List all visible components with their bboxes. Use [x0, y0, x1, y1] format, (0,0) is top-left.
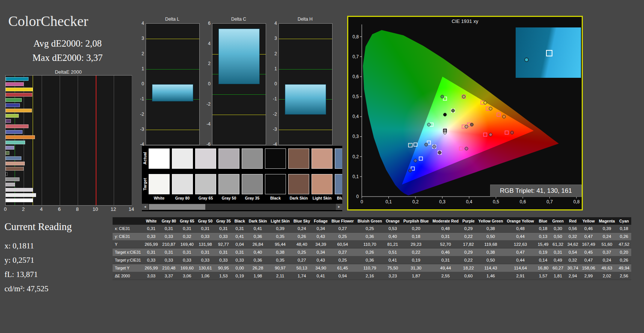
table-header-row: WhiteGray 80Gray 65Gray 50Gray 35BlackDa… — [113, 217, 631, 225]
axis-tick-label: -2 — [136, 112, 144, 117]
swatch-label-row: WhiteGray 80Gray 65Gray 50Gray 35BlackDa… — [149, 196, 342, 200]
swatch-scrollbar[interactable]: ◄ ► — [142, 204, 342, 210]
table-cell: 0,50 — [477, 256, 505, 264]
table-cell: 0,38 — [269, 248, 292, 256]
table-row: Target x:CIE310,310,310,310,310,310,310,… — [113, 248, 631, 256]
column-header: Moderate Red — [430, 217, 460, 225]
table-cell: 0,18 — [402, 233, 431, 241]
table-row: Y265,99210,87169,40131,9892,770,0426,849… — [113, 241, 631, 248]
measured-point — [441, 95, 444, 98]
table-cell: 0,24 — [597, 233, 617, 241]
column-header: Gray 50 — [196, 217, 215, 225]
axis-tick-label: 1 — [269, 66, 277, 71]
measured-point — [443, 129, 446, 132]
table-cell: 0,38 — [477, 248, 505, 256]
table-cell: 0,31 — [430, 256, 460, 264]
target-square — [497, 113, 500, 116]
axis-tick-label: 0 — [136, 81, 144, 86]
table-cell: 0,46 — [580, 225, 597, 233]
de2000-bar — [6, 193, 36, 197]
axis-tick-label: -3 — [269, 127, 277, 132]
table-cell: 50,13 — [292, 264, 312, 272]
table-cell: 0,41 — [312, 272, 330, 280]
cie-panel[interactable]: 00,10,20,30,40,50,60,70,800,10,20,30,40,… — [347, 16, 583, 210]
table-cell: 1,81 — [550, 272, 565, 280]
column-header: Black — [233, 217, 247, 225]
target-swatch — [311, 174, 333, 194]
table-cell: 0,31 — [178, 225, 196, 233]
table-cell: 0,56 — [566, 225, 580, 233]
target-swatch — [265, 174, 286, 194]
colorchecker-page: ColorChecker Avg dE2000: 2,08 Max dE2000… — [0, 0, 644, 333]
table-cell: 0,19 — [233, 272, 247, 280]
column-header: Gray 65 — [178, 217, 196, 225]
gridline — [42, 76, 42, 205]
table-cell: 90,95 — [214, 264, 233, 272]
table-cell: 0,31 — [233, 225, 247, 233]
row-label: Target x:CIE31 — [113, 248, 143, 256]
table-cell: 1,74 — [292, 272, 312, 280]
table-cell: 0,32 — [566, 256, 580, 264]
target-swatch — [288, 174, 309, 194]
column-header: Cyan — [617, 217, 631, 225]
table-cell: 0,04 — [233, 241, 247, 248]
table-cell: 167,49 — [580, 241, 597, 248]
axis-tick-label: 0 — [269, 81, 277, 86]
de2000-bar — [6, 130, 23, 134]
column-header: Blue Sky — [292, 217, 312, 225]
table-cell: 0,31 — [160, 225, 178, 233]
x-tick-label: 0,5 — [493, 199, 499, 204]
table-cell: 0,26 — [617, 233, 631, 241]
table-cell: 0,39 — [269, 225, 292, 233]
table-cell: 0,33 — [196, 233, 215, 241]
reference-line-yellow — [279, 39, 332, 39]
column-header: Dark Skin — [247, 217, 269, 225]
reference-line-yellow — [146, 39, 199, 39]
measured-point — [427, 123, 430, 126]
column-header: Light Skin — [269, 217, 292, 225]
delta-bar — [152, 84, 194, 101]
table-cell: 265,99 — [143, 264, 159, 272]
table-cell: 2,94 — [566, 272, 580, 280]
cie-zoom-inset — [516, 27, 581, 78]
swatch-label: Gray 50 — [218, 196, 239, 200]
page-title: ColorChecker — [8, 13, 88, 29]
y-tick-label: 0,1 — [352, 174, 359, 179]
reference-line — [96, 76, 96, 205]
y-tick-label: 0,4 — [352, 114, 359, 119]
target-square — [505, 131, 509, 134]
gridline — [114, 76, 114, 205]
measured-point — [503, 115, 506, 118]
measured-point — [424, 143, 427, 146]
gridline — [60, 76, 60, 205]
table-cell: 0,20 — [617, 248, 631, 256]
table-cell: 0,31 — [233, 248, 247, 256]
table-cell: 0,25 — [292, 248, 312, 256]
table-cell: 0,94 — [330, 272, 356, 280]
table-cell: 0,51 — [384, 248, 402, 256]
table-cell: 0,29 — [460, 225, 477, 233]
target-swatch — [172, 174, 193, 194]
scrollbar-track[interactable] — [148, 204, 336, 210]
reference-line-yellow — [279, 130, 332, 130]
axis-tick-label: 4 — [202, 41, 211, 46]
table-row: Target y:CIE310,330,330,330,330,330,330,… — [113, 256, 631, 264]
scroll-left-button[interactable]: ◄ — [142, 204, 148, 210]
scroll-right-button[interactable]: ► — [336, 204, 342, 210]
table-cell: 0,54 — [566, 248, 580, 256]
delta-bar — [218, 29, 260, 84]
de2000-bar — [6, 119, 11, 123]
table-cell: 60,54 — [330, 241, 356, 248]
table-cell: 60,27 — [550, 264, 565, 272]
reference-line-green — [279, 69, 332, 70]
table-cell: 0,22 — [460, 233, 477, 241]
swatch-label: Gray 35 — [242, 196, 263, 200]
column-header: Blue — [536, 217, 551, 225]
de2000-bar — [6, 77, 29, 81]
measured-point — [484, 101, 487, 104]
table-cell: 16,80 — [536, 264, 551, 272]
table-cell: 0,31 — [143, 248, 159, 256]
table-cell: 0,27 — [330, 248, 356, 256]
measured-point — [489, 133, 492, 136]
scrollbar-thumb[interactable] — [149, 204, 205, 210]
